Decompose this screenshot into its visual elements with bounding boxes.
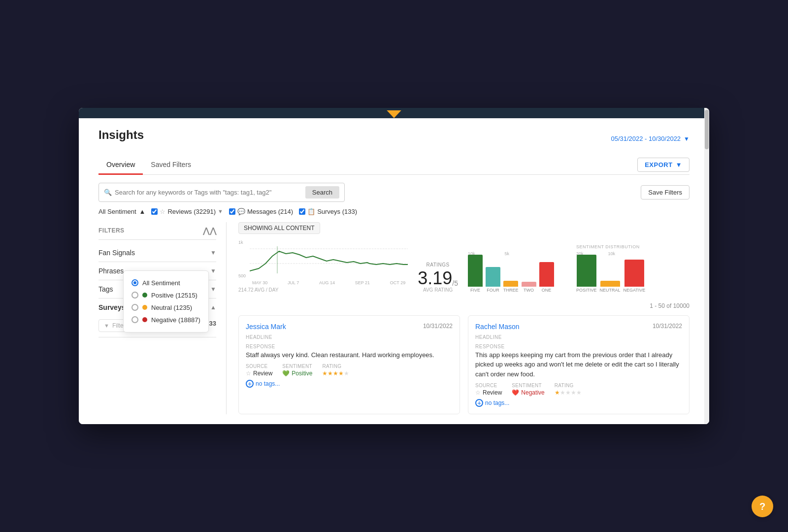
sentiment-value-2: Negative bbox=[521, 389, 544, 396]
bar-two: TWO bbox=[522, 282, 536, 293]
search-input[interactable] bbox=[115, 189, 302, 196]
sentiment-option-neutral[interactable]: Neutral (1235) bbox=[131, 301, 200, 314]
export-button[interactable]: EXPORT ▼ bbox=[637, 158, 690, 172]
reviewer-name-2[interactable]: Rachel Mason bbox=[475, 323, 520, 331]
source-star-icon-2: ☆ bbox=[475, 389, 481, 396]
source-value-2: Review bbox=[483, 389, 502, 396]
response-label-2: RESPONSE bbox=[475, 344, 682, 349]
page-title: Insights bbox=[98, 128, 144, 142]
messages-checkbox[interactable] bbox=[229, 208, 235, 215]
surveys-checkbox[interactable] bbox=[299, 208, 305, 215]
tags-chevron: ▼ bbox=[210, 286, 216, 293]
sentiment-option-negative[interactable]: Negative (18887) bbox=[131, 314, 200, 326]
reviews-filter[interactable]: ☆ Reviews (32291) ▼ bbox=[151, 208, 223, 215]
search-button[interactable]: Search bbox=[305, 186, 339, 199]
chevron-down-icon: ▼ bbox=[676, 161, 682, 168]
surveys-filter[interactable]: 📋 Surveys (133) bbox=[299, 208, 357, 215]
trend-chart-area: 1k 500 MA bbox=[238, 239, 408, 293]
review-date-1: 10/31/2022 bbox=[423, 323, 453, 330]
avg-day-label: 214.72 AVG / DAY bbox=[238, 287, 408, 293]
ratings-bar-chart: 10k 5k FIVE FOUR bbox=[468, 251, 566, 293]
reviewer-name-1[interactable]: Jessica Mark bbox=[246, 323, 286, 331]
bar-four: FOUR bbox=[486, 267, 500, 293]
message-icon: 💬 bbox=[237, 208, 245, 215]
review-card-1: Jessica Mark 10/31/2022 HEADLINE RESPONS… bbox=[238, 315, 460, 415]
tab-overview[interactable]: Overview bbox=[98, 156, 143, 175]
reviews-checkbox[interactable] bbox=[151, 208, 158, 215]
avg-rating-value: 3.19 bbox=[418, 269, 452, 287]
bar-one: ONE bbox=[539, 262, 554, 293]
search-icon: 🔍 bbox=[104, 189, 112, 196]
sentiment-item-2: SENTIMENT ❤️ Negative bbox=[512, 383, 544, 396]
sentiment-bar-positive: POSITIVE bbox=[576, 255, 597, 293]
reviews-grid: Jessica Mark 10/31/2022 HEADLINE RESPONS… bbox=[238, 315, 690, 415]
sentiment-value-1: Positive bbox=[292, 370, 312, 377]
sentiment-heart-icon-1: 💚 bbox=[282, 370, 290, 377]
main-panel: SHOWING ALL CONTENT 1k 500 bbox=[227, 222, 690, 415]
sentiment-bar-negative: NEGATIVE bbox=[624, 260, 646, 293]
trend-y-high: 1k bbox=[238, 240, 246, 245]
sentiment-option-positive[interactable]: Positive (12515) bbox=[131, 289, 200, 301]
sentiment-heart-icon-2: ❤️ bbox=[512, 389, 519, 396]
avg-rating-box: RATINGS 3.19 /5 AVG RATING bbox=[418, 262, 458, 293]
sentiment-label: All Sentiment bbox=[98, 208, 136, 215]
stars-1: ★★★★★ bbox=[322, 370, 349, 377]
trend-axis-labels: MAY 30 JUL 7 AUG 14 SEP 21 OCT 29 bbox=[250, 280, 408, 285]
help-button[interactable]: ? bbox=[752, 496, 773, 517]
headline-label-1: HEADLINE bbox=[246, 334, 453, 340]
sentiment-option-all[interactable]: All Sentiment bbox=[131, 277, 200, 289]
source-item-2: SOURCE ☆ Review bbox=[475, 383, 502, 396]
date-range-chevron[interactable]: ▼ bbox=[684, 135, 690, 142]
messages-filter[interactable]: 💬 Messages (214) bbox=[229, 208, 293, 215]
sentiment-bar-neutral: NEUTRAL bbox=[600, 281, 621, 293]
collapse-icon[interactable]: ⋀⋀ bbox=[203, 226, 216, 235]
review-date-2: 10/31/2022 bbox=[653, 323, 682, 330]
filter-icon: ▼ bbox=[104, 323, 109, 329]
reviews-chevron[interactable]: ▼ bbox=[218, 208, 223, 214]
showing-label: SHOWING ALL CONTENT bbox=[238, 222, 320, 234]
source-value-1: Review bbox=[253, 370, 272, 377]
surveys-icon: 📋 bbox=[307, 208, 315, 215]
fan-signals-header[interactable]: Fan Signals ▼ bbox=[98, 249, 216, 257]
stars-2: ★★★★★ bbox=[555, 389, 582, 396]
pagination-label: 1 - 50 of 10000 bbox=[650, 302, 690, 309]
scrollbar[interactable] bbox=[704, 108, 709, 425]
date-range[interactable]: 05/31/2022 - 10/30/2022 bbox=[611, 135, 681, 142]
tab-saved-filters[interactable]: Saved Filters bbox=[143, 156, 199, 175]
source-item-1: SOURCE ☆ Review bbox=[246, 364, 272, 377]
search-box: 🔍 Search bbox=[98, 183, 345, 202]
rating-item-1: RATING ★★★★★ bbox=[322, 364, 349, 377]
bar-three: THREE bbox=[503, 281, 519, 293]
add-tag-2[interactable]: + no tags... bbox=[475, 399, 682, 407]
surveys-chevron: ▲ bbox=[210, 304, 216, 311]
sentiment-item-1: SENTIMENT 💚 Positive bbox=[282, 364, 312, 377]
messages-label: Messages (214) bbox=[247, 208, 293, 215]
response-label-1: RESPONSE bbox=[246, 344, 453, 349]
phrases-chevron: ▼ bbox=[210, 267, 216, 274]
bar-five: FIVE bbox=[468, 255, 483, 293]
fan-signals-chevron: ▼ bbox=[210, 249, 216, 256]
add-tag-1[interactable]: + no tags... bbox=[246, 380, 453, 388]
trend-y-mid: 500 bbox=[238, 273, 246, 278]
headline-label-2: HEADLINE bbox=[475, 334, 682, 340]
source-star-icon-1: ☆ bbox=[246, 370, 251, 377]
sentiment-popup: All Sentiment Positive (12515) Neutral (… bbox=[123, 270, 209, 332]
sentiment-bar-chart: SENTIMENT DISTRIBUTION 20k 10k POSITIVE bbox=[576, 244, 690, 293]
surveys-label: Surveys (133) bbox=[317, 208, 357, 215]
orange-indicator bbox=[387, 110, 401, 118]
scrollbar-thumb[interactable] bbox=[705, 110, 709, 149]
rating-item-2: RATING ★★★★★ bbox=[555, 383, 582, 396]
sentiment-dropdown[interactable]: All Sentiment ▲ bbox=[98, 208, 145, 215]
review-text-2: This app keeps keeping my cart from the … bbox=[475, 350, 682, 379]
ratings-label: RATINGS bbox=[418, 262, 458, 267]
sentiment-chevron-icon: ▲ bbox=[139, 208, 146, 215]
save-filters-button[interactable]: Save Filters bbox=[641, 185, 690, 200]
star-icon: ☆ bbox=[160, 208, 165, 215]
fan-signals-section: Fan Signals ▼ bbox=[98, 244, 216, 262]
reviews-label: Reviews (32291) bbox=[167, 208, 216, 215]
trend-chart-svg bbox=[250, 239, 408, 278]
review-card-2: Rachel Mason 10/31/2022 HEADLINE RESPONS… bbox=[468, 315, 690, 415]
svg-rect-2 bbox=[277, 246, 278, 273]
avg-rating-desc: AVG RATING bbox=[418, 287, 458, 293]
filters-title: FILTERS bbox=[98, 227, 125, 234]
